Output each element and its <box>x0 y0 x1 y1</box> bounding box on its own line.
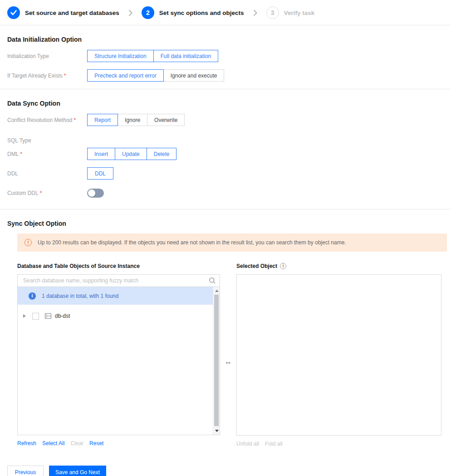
notice-text: Up to 200 results can be displayed. If t… <box>38 239 346 246</box>
ignore-button[interactable]: Ignore <box>118 114 147 126</box>
row-custom-ddl: Custom DDL* <box>7 187 444 199</box>
wizard-stepper: Set source and target databases 2 Set sy… <box>0 0 451 25</box>
selected-panel-title-text: Selected Object <box>236 263 277 269</box>
overwrite-button[interactable]: Overwrite <box>147 114 185 126</box>
search-box <box>17 274 220 287</box>
report-button[interactable]: Report <box>87 114 118 126</box>
step-label: Set sync options and objects <box>159 10 244 16</box>
required-marker: * <box>40 190 42 196</box>
step-verify-task: 3 Verify task <box>266 6 315 19</box>
database-name: db-dst <box>55 313 70 319</box>
ddl-button[interactable]: DDL <box>87 167 113 180</box>
page: Set source and target databases 2 Set sy… <box>0 0 451 476</box>
chevron-right-icon <box>128 10 132 16</box>
step-source-target[interactable]: Set source and target databases <box>7 6 119 19</box>
warning-icon: ! <box>25 239 32 246</box>
unfold-all-link: Unfold all <box>236 441 259 447</box>
info-circle-icon[interactable]: i <box>280 263 286 269</box>
vertical-scrollbar[interactable] <box>213 287 220 435</box>
required-marker: * <box>20 151 22 157</box>
swap-arrow-icon: ↔ <box>225 358 232 366</box>
field-label: SQL Type <box>7 137 87 144</box>
toggle-knob <box>88 189 95 197</box>
divider <box>0 209 451 209</box>
precheck-report-error-button[interactable]: Precheck and report error <box>87 69 164 82</box>
field-label: If Target Already Exists* <box>7 73 87 79</box>
insert-button[interactable]: Insert <box>87 148 115 160</box>
scrollbar-thumb[interactable] <box>214 295 219 426</box>
chevron-right-icon <box>253 10 257 16</box>
reset-link[interactable]: Reset <box>89 440 103 447</box>
footer-actions: Previous Save and Go Next <box>7 466 451 476</box>
custom-ddl-toggle[interactable] <box>87 189 104 198</box>
dml-group: Insert Update Delete <box>87 148 176 160</box>
step-number: 3 <box>266 6 279 19</box>
field-label: Initialization Type <box>7 53 87 59</box>
clear-link: Clear <box>70 440 83 447</box>
panel-separator: ↔ <box>220 262 236 447</box>
field-label: DML* <box>7 151 87 157</box>
previous-button[interactable]: Previous <box>7 466 44 476</box>
row-if-target-exists: If Target Already Exists* Precheck and r… <box>7 69 444 82</box>
row-ddl: DDL DDL <box>7 167 444 180</box>
step-number: 2 <box>142 6 154 19</box>
ddl-group: DDL <box>87 167 113 180</box>
row-sql-type: SQL Type <box>7 136 444 145</box>
refresh-link[interactable]: Refresh <box>17 440 36 447</box>
step-sync-options[interactable]: 2 Set sync options and objects <box>142 6 244 19</box>
search-icon[interactable] <box>209 277 216 284</box>
row-dml: DML* Insert Update Delete <box>7 148 444 160</box>
search-input[interactable] <box>22 277 209 284</box>
delete-button[interactable]: Delete <box>147 148 177 160</box>
database-checkbox[interactable] <box>32 313 39 320</box>
fold-all-link: Fold all <box>265 441 283 447</box>
section-sync-object: Sync Object Option ! Up to 200 results c… <box>0 220 451 447</box>
selected-panel-title: Selected Object i <box>236 262 441 269</box>
result-info-text: 1 database in total, with 1 found <box>42 293 118 299</box>
scroll-down-icon[interactable] <box>213 427 220 434</box>
section-title: Data Initialization Option <box>7 36 444 43</box>
database-icon <box>44 312 52 320</box>
initialization-type-group: Structure Initialization Full data initi… <box>87 50 218 62</box>
ignore-and-execute-button[interactable]: Ignore and execute <box>163 69 225 82</box>
structure-initialization-button[interactable]: Structure Initialization <box>87 50 154 62</box>
update-button[interactable]: Update <box>115 148 147 160</box>
section-data-sync: Data Sync Option Conflict Resolution Met… <box>0 100 451 199</box>
tree-row-database[interactable]: db-dst <box>18 305 213 320</box>
conflict-resolution-group: Report Ignore Overwrite <box>87 114 185 126</box>
selected-objects-panel: Selected Object i Unfold all Fold all <box>236 262 441 447</box>
section-data-initialization: Data Initialization Option Initializatio… <box>0 36 451 82</box>
notice-banner: ! Up to 200 results can be displayed. If… <box>17 233 447 252</box>
step-done-check-icon <box>7 6 20 19</box>
row-initialization-type: Initialization Type Structure Initializa… <box>7 50 444 62</box>
object-selector: Database and Table Objects of Source Ins… <box>17 262 444 447</box>
save-and-go-next-button[interactable]: Save and Go Next <box>49 466 106 476</box>
step-label: Set source and target databases <box>25 10 119 16</box>
field-label: Conflict Resolution Method* <box>7 117 87 123</box>
selected-panel-actions: Unfold all Fold all <box>236 441 441 447</box>
result-info-bar: i 1 database in total, with 1 found <box>18 287 213 305</box>
section-title: Data Sync Option <box>7 100 444 107</box>
step-label: Verify task <box>284 10 315 16</box>
field-label: Custom DDL* <box>7 190 87 196</box>
source-objects-panel: Database and Table Objects of Source Ins… <box>17 262 220 447</box>
required-marker: * <box>64 73 66 79</box>
field-label: DDL <box>7 170 87 177</box>
selected-object-list <box>236 274 441 436</box>
expand-arrow-icon[interactable] <box>23 314 26 318</box>
source-panel-title: Database and Table Objects of Source Ins… <box>17 262 220 269</box>
section-title: Sync Object Option <box>7 220 444 227</box>
scroll-up-icon[interactable] <box>213 287 220 294</box>
divider <box>0 89 451 89</box>
divider <box>0 25 451 25</box>
select-all-link[interactable]: Select All <box>42 440 64 447</box>
source-object-list: i 1 database in total, with 1 found db-d… <box>17 287 220 435</box>
required-marker: * <box>74 117 76 123</box>
info-icon: i <box>29 292 36 300</box>
source-panel-actions: Refresh Select All Clear Reset <box>17 440 220 447</box>
row-conflict-resolution: Conflict Resolution Method* Report Ignor… <box>7 114 444 126</box>
full-data-initialization-button[interactable]: Full data initialization <box>153 50 218 62</box>
target-exists-group: Precheck and report error Ignore and exe… <box>87 69 224 82</box>
list-content: i 1 database in total, with 1 found db-d… <box>18 287 213 320</box>
